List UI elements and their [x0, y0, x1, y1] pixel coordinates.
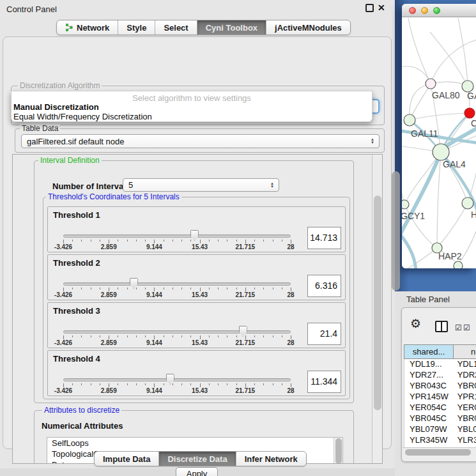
gear-icon[interactable]: ⚙	[410, 316, 421, 331]
tick-label: -3.426	[54, 339, 72, 346]
node-label: GAL11	[411, 128, 438, 139]
numerical-attributes-label: Numerical Attributes	[42, 421, 123, 431]
network-canvas[interactable]: GAL80GACGAL11GAL4GCY1HHAP2	[402, 18, 476, 268]
network-node[interactable]	[462, 197, 473, 209]
minor-tick	[236, 335, 237, 337]
threshold-3-value-field[interactable]: 21.4	[307, 323, 341, 345]
column-header-shared[interactable]: shared...	[404, 344, 454, 359]
minor-tick	[181, 288, 182, 289]
tab-label: jActiveMNodules	[275, 23, 342, 33]
network-node[interactable]	[402, 200, 409, 209]
table-row[interactable]: YPR145WYPR1	[404, 392, 476, 403]
tab-style[interactable]: Style	[118, 20, 155, 35]
tab-impute-data[interactable]: Impute Data	[95, 452, 159, 466]
tick-label: 9.144	[146, 243, 162, 250]
network-view-window[interactable]: GAL80GACGAL11GAL4GCY1HHAP2	[402, 4, 476, 268]
threshold-2-slider-track[interactable]	[63, 282, 291, 286]
number-of-intervals-label: Number of Intervals	[52, 181, 130, 191]
number-of-intervals-value: 5	[123, 180, 268, 190]
network-node[interactable]	[464, 108, 475, 118]
zoom-light-icon[interactable]	[433, 7, 440, 14]
checkbox-checked-icon[interactable]: ☑	[463, 323, 470, 332]
settings-scrollbar-thumb[interactable]	[374, 196, 381, 410]
network-icon	[65, 23, 73, 32]
table-hscrollbar-thumb[interactable]	[405, 449, 471, 456]
minor-tick	[209, 383, 210, 385]
table-cell: YDL1	[454, 359, 476, 370]
table-data-group: Table Data galFiltered.sif default node …	[15, 128, 385, 153]
table-row[interactable]: YBR043CYBR0	[404, 381, 476, 392]
threshold-1-value-field[interactable]: 14.713	[307, 227, 341, 249]
interval-definition-group: Interval Definition Number of Intervals …	[34, 160, 354, 403]
tab-infer-network[interactable]: Infer Network	[236, 452, 306, 466]
minimize-light-icon[interactable]	[421, 7, 428, 14]
tab-discretize-data[interactable]: Discretize Data	[159, 452, 236, 466]
split-pane-icon[interactable]	[435, 321, 448, 332]
node-label: GAL4	[443, 159, 466, 169]
minor-tick	[181, 383, 182, 385]
attribute-item[interactable]: SelfLoops	[47, 438, 342, 449]
node-label: C	[471, 118, 476, 128]
minor-tick	[236, 383, 237, 385]
panel-overlay-scrollbar-thumb[interactable]	[392, 171, 400, 291]
table-row[interactable]: YBL079WYBL0	[404, 424, 476, 435]
minor-tick	[209, 240, 210, 242]
number-of-intervals-combobox[interactable]: 5 ▲▼	[123, 178, 279, 192]
network-node[interactable]	[433, 144, 449, 160]
table-row[interactable]: YBR045CYBR0	[404, 413, 476, 424]
minor-tick	[263, 335, 264, 337]
threshold-4-value-field[interactable]: 11.344	[307, 371, 341, 393]
tick-label: 21.715	[236, 339, 256, 346]
threshold-2-value-field[interactable]: 6.316	[307, 275, 341, 297]
node-label: GAL80	[432, 90, 460, 100]
algorithm-option-equal-width[interactable]: Equal Width/Frequency Discretization	[13, 112, 152, 121]
minor-tick	[72, 240, 73, 242]
minor-tick	[164, 240, 164, 242]
checkbox-checked-icon[interactable]: ☑	[455, 323, 462, 332]
minor-tick	[72, 335, 73, 337]
table-row[interactable]: YLR345WYLR3	[404, 435, 476, 446]
tab-select[interactable]: Select	[155, 20, 197, 35]
table-row[interactable]: YDR27...YDR2	[404, 370, 476, 381]
network-edge	[437, 152, 441, 248]
threshold-1-slider-thumb[interactable]	[190, 230, 199, 241]
network-window-titlebar[interactable]	[402, 4, 476, 17]
algorithm-hint-option[interactable]: Select algorithm to view settings	[12, 93, 372, 103]
tab-cyni-toolbox[interactable]: Cyni Toolbox	[197, 20, 266, 35]
apply-button[interactable]: Apply	[176, 467, 218, 476]
table-row[interactable]: YER054CYER0	[404, 403, 476, 413]
settings-vertical-scrollbar[interactable]	[372, 155, 383, 463]
minor-tick	[173, 383, 173, 385]
close-icon[interactable]: ✕	[378, 3, 385, 13]
minor-tick	[72, 383, 73, 385]
threshold-1-slider-track[interactable]	[63, 234, 291, 238]
tab-network[interactable]: Network	[57, 20, 118, 35]
thresholds-group: Threshold's Coordinates for 5 Intervals …	[43, 197, 350, 399]
minor-tick	[218, 383, 219, 385]
network-node[interactable]	[454, 261, 463, 268]
float-icon[interactable]	[365, 4, 374, 12]
attributes-scrollbar-thumb[interactable]	[335, 438, 342, 464]
minor-tick	[118, 240, 118, 242]
table-data-combobox[interactable]: galFiltered.sif default node ▲▼	[21, 134, 380, 148]
network-node[interactable]	[426, 79, 436, 89]
algorithm-option-manual[interactable]: Manual Discretization	[13, 102, 99, 112]
tick-label: 28	[287, 243, 294, 250]
table-header-row: shared... n	[404, 344, 476, 359]
control-panel-titlebar: Control Panel ✕	[0, 0, 395, 17]
close-light-icon[interactable]	[409, 7, 416, 14]
tick-label: 21.715	[236, 243, 256, 250]
threshold-4-slider-track[interactable]	[63, 378, 291, 381]
network-node[interactable]	[404, 114, 415, 126]
table-cell: YBR0	[454, 381, 476, 392]
table-row[interactable]: YDL19...YDL1	[404, 359, 476, 370]
panel-title: Control Panel	[6, 4, 57, 14]
tab-label: Select	[164, 23, 188, 33]
threshold-3-slider-track[interactable]	[63, 330, 291, 334]
table-horizontal-scrollbar[interactable]	[403, 447, 476, 456]
table-cell: YPR1	[454, 392, 476, 403]
tab-jactivemnodules[interactable]: jActiveMNodules	[266, 20, 350, 35]
minor-tick	[72, 288, 73, 289]
column-header-name[interactable]: n	[454, 344, 476, 359]
attributes-scrollbar[interactable]	[334, 438, 342, 464]
